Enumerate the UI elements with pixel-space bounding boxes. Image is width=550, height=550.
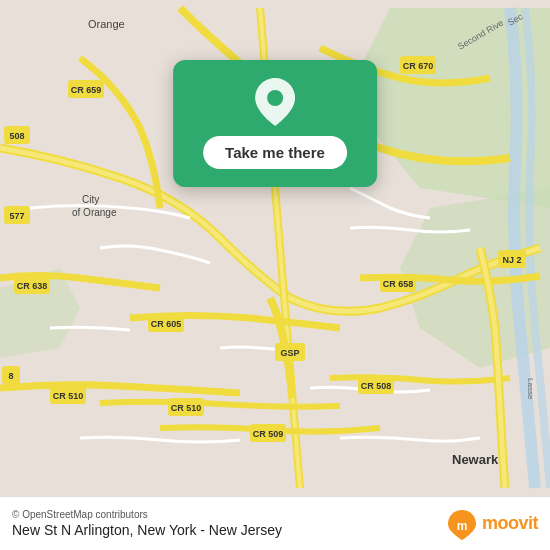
svg-text:Newark: Newark <box>452 452 499 467</box>
svg-text:CR 509: CR 509 <box>253 429 284 439</box>
svg-text:CR 510: CR 510 <box>171 403 202 413</box>
svg-text:CR 638: CR 638 <box>17 281 48 291</box>
svg-text:CR 508: CR 508 <box>361 381 392 391</box>
svg-text:m: m <box>457 519 468 533</box>
bottom-left: © OpenStreetMap contributors New St N Ar… <box>12 509 282 538</box>
svg-text:508: 508 <box>9 131 24 141</box>
bottom-bar: © OpenStreetMap contributors New St N Ar… <box>0 496 550 550</box>
location-label: New St N Arlington, New York - New Jerse… <box>12 522 282 538</box>
svg-text:Lasse: Lasse <box>526 378 535 400</box>
moovit-brand-text: moovit <box>482 513 538 534</box>
svg-text:CR 605: CR 605 <box>151 319 182 329</box>
copyright-text: © OpenStreetMap contributors <box>12 509 282 520</box>
moovit-logo: m moovit <box>446 508 538 540</box>
svg-text:NJ 2: NJ 2 <box>502 255 521 265</box>
moovit-brand-icon: m <box>446 508 478 540</box>
svg-text:577: 577 <box>9 211 24 221</box>
svg-text:Orange: Orange <box>88 18 125 30</box>
location-popup: Take me there <box>173 60 377 187</box>
svg-text:CR 658: CR 658 <box>383 279 414 289</box>
app: CR 659 CR 670 508 577 CR 638 CR 605 GSP … <box>0 0 550 550</box>
svg-text:CR 510: CR 510 <box>53 391 84 401</box>
svg-text:CR 670: CR 670 <box>403 61 434 71</box>
svg-text:GSP: GSP <box>280 348 299 358</box>
map-container: CR 659 CR 670 508 577 CR 638 CR 605 GSP … <box>0 0 550 496</box>
location-pin-icon <box>251 78 299 126</box>
svg-point-39 <box>267 90 283 106</box>
svg-text:of Orange: of Orange <box>72 207 117 218</box>
take-me-there-button[interactable]: Take me there <box>203 136 347 169</box>
svg-text:CR 659: CR 659 <box>71 85 102 95</box>
svg-text:8: 8 <box>8 371 13 381</box>
svg-text:City: City <box>82 194 99 205</box>
